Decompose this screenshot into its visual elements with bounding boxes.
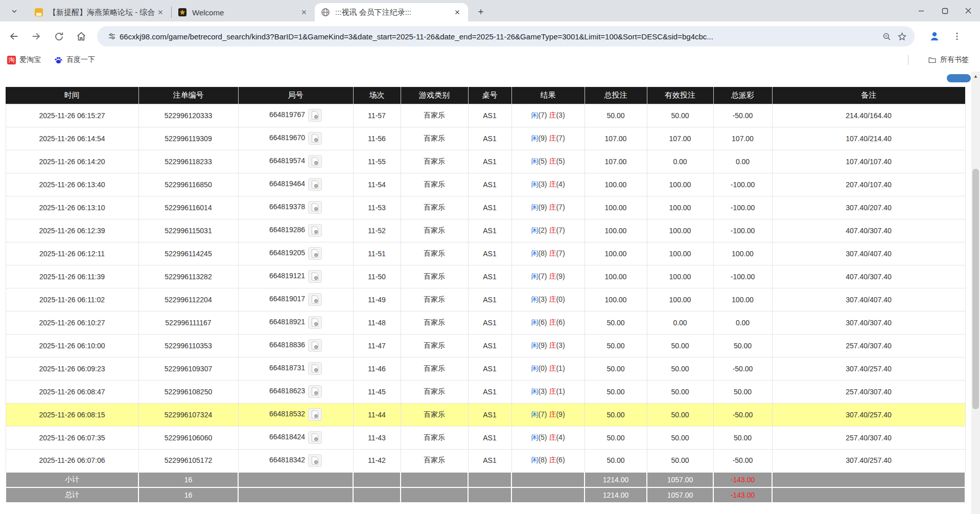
- cell-total-bet[interactable]: 100.00: [585, 173, 647, 196]
- cell-total-bet[interactable]: 50.00: [585, 403, 647, 426]
- window-close-button[interactable]: [956, 0, 980, 21]
- cell-bet-id: 522996105172: [138, 449, 238, 472]
- cell-total-bet[interactable]: 50.00: [585, 334, 647, 357]
- cell-total-bet[interactable]: 100.00: [585, 288, 647, 311]
- video-record-button[interactable]: [308, 454, 322, 467]
- tab-bet-records-active[interactable]: :::视讯 会员下注纪录:::: [315, 3, 468, 21]
- cell-game-type: 百家乐: [401, 357, 468, 380]
- tab-forum[interactable]: 【新提醒】海燕策略论坛 - 综合: [28, 3, 171, 21]
- window-minimize-button[interactable]: [909, 0, 933, 21]
- url-address-bar[interactable]: 66cxkj98.com/game/betrecord_search/kind3…: [97, 26, 915, 47]
- cell-total-bet[interactable]: 50.00: [585, 380, 647, 403]
- video-record-button[interactable]: [308, 224, 322, 237]
- cell-total-bet[interactable]: 107.00: [585, 150, 647, 173]
- cell-total-bet[interactable]: 100.00: [585, 196, 647, 219]
- video-record-button[interactable]: [308, 270, 322, 283]
- cell-remark: 307.40/257.40: [772, 357, 965, 380]
- bookmark-aitaobao[interactable]: 淘 爱淘宝: [7, 55, 41, 64]
- cell-round-id: 664819205: [238, 242, 353, 265]
- cell-total-bet[interactable]: 100.00: [585, 219, 647, 242]
- video-record-button[interactable]: [308, 247, 322, 260]
- tab-welcome[interactable]: Welcome: [172, 3, 315, 21]
- cell-table-no: AS1: [468, 311, 511, 334]
- cell-valid-bet: 50.00: [647, 380, 713, 403]
- video-record-button[interactable]: [308, 431, 322, 444]
- scrollbar-up-arrow-icon[interactable]: ▲: [971, 72, 980, 80]
- back-icon[interactable]: [5, 28, 22, 45]
- zoom-magnifier-icon[interactable]: [879, 29, 894, 44]
- cell-total-bet[interactable]: 50.00: [585, 449, 647, 472]
- forward-icon[interactable]: [28, 28, 45, 45]
- cell-bet-id: 522996110353: [138, 334, 238, 357]
- profile-avatar[interactable]: [926, 28, 943, 45]
- cell-total-bet[interactable]: 100.00: [585, 265, 647, 288]
- bookmark-baidu[interactable]: 百度一下: [54, 55, 95, 64]
- cell-result: 闲(0) 庄(1): [511, 357, 585, 380]
- video-record-button[interactable]: [308, 316, 322, 329]
- video-record-button[interactable]: [308, 362, 322, 375]
- video-record-button[interactable]: [308, 132, 322, 145]
- cell-round-id: 664818424: [238, 426, 353, 449]
- video-record-button[interactable]: [308, 178, 322, 191]
- cell-total-bet[interactable]: 100.00: [585, 242, 647, 265]
- cell-time: 2025-11-26 06:10:00: [6, 334, 138, 357]
- cell-remark: 307.40/207.40: [772, 196, 965, 219]
- cell-result: 闲(5) 庄(5): [511, 150, 585, 173]
- close-icon[interactable]: [298, 7, 310, 18]
- scrollbar-thumb[interactable]: [972, 169, 979, 409]
- cell-time: 2025-11-26 06:08:15: [6, 403, 138, 426]
- cell-result: 闲(3) 庄(0): [511, 288, 585, 311]
- site-settings-tune-icon[interactable]: [104, 29, 120, 44]
- cell-total-bet[interactable]: 50.00: [585, 311, 647, 334]
- cell-round-id: 664819378: [238, 196, 353, 219]
- cell-total-bet[interactable]: 50.00: [585, 104, 647, 127]
- close-icon[interactable]: [452, 7, 463, 18]
- all-bookmarks-button[interactable]: 所有书签: [928, 55, 969, 64]
- vertical-scrollbar[interactable]: ▲: [971, 72, 980, 514]
- cell-time: 2025-11-26 06:09:23: [6, 357, 138, 380]
- video-record-button[interactable]: [308, 109, 322, 122]
- new-tab-button[interactable]: [473, 4, 488, 19]
- table-header-row: 时间 注单编号 局号 场次 游戏类别 桌号 结果 总投注 有效投注 总派彩 备注: [6, 87, 965, 104]
- cell-session: 11-56: [353, 127, 401, 150]
- cell-payout: 50.00: [713, 334, 772, 357]
- cell-bet-id: 522996116850: [138, 173, 238, 196]
- video-record-button[interactable]: [308, 201, 322, 214]
- cell-round-id: 664819017: [238, 288, 353, 311]
- cell-payout: 0.00: [713, 311, 772, 334]
- video-record-button[interactable]: [308, 385, 322, 398]
- cell-remark: 107.40/214.40: [772, 127, 965, 150]
- chevron-down-icon[interactable]: [7, 4, 21, 18]
- cell-table-no: AS1: [468, 196, 511, 219]
- bookmark-label: 百度一下: [66, 55, 95, 64]
- close-icon[interactable]: [155, 7, 166, 18]
- bookmark-star-icon[interactable]: [894, 29, 909, 44]
- cell-result: 闲(7) 庄(9): [511, 265, 585, 288]
- window-maximize-button[interactable]: [933, 0, 956, 21]
- cell-payout: 50.00: [713, 380, 772, 403]
- scroll-top-button[interactable]: [947, 74, 971, 82]
- menu-dots-icon[interactable]: [948, 28, 966, 45]
- home-icon[interactable]: [73, 28, 90, 45]
- footer-payout: -143.00: [713, 487, 772, 503]
- tab-strip: 【新提醒】海燕策略论坛 - 综合 Welcome :::视讯 会员下注纪录:::: [0, 0, 980, 21]
- cell-result: 闲(8) 庄(6): [511, 449, 585, 472]
- cell-payout: -50.00: [713, 449, 772, 472]
- cell-total-bet[interactable]: 50.00: [585, 357, 647, 380]
- url-text[interactable]: 66cxkj98.com/game/betrecord_search/kind3…: [120, 32, 879, 41]
- tab-title: :::视讯 会员下注纪录:::: [335, 8, 452, 17]
- video-record-button[interactable]: [308, 408, 322, 421]
- cell-valid-bet: 50.00: [647, 104, 713, 127]
- video-record-button[interactable]: [308, 155, 322, 168]
- reload-icon[interactable]: [50, 28, 67, 45]
- footer-count: 16: [138, 472, 238, 487]
- table-row: 2025-11-26 06:11:39522996113282664819121…: [6, 265, 965, 288]
- bookmarks-divider: [908, 55, 908, 65]
- video-record-button[interactable]: [308, 293, 322, 306]
- video-record-button[interactable]: [308, 339, 322, 352]
- cell-bet-id: 522996108250: [138, 380, 238, 403]
- header-table-no: 桌号: [468, 87, 511, 104]
- page-content: 时间 注单编号 局号 场次 游戏类别 桌号 结果 总投注 有效投注 总派彩 备注…: [0, 69, 980, 514]
- cell-total-bet[interactable]: 50.00: [585, 426, 647, 449]
- cell-total-bet[interactable]: 107.00: [585, 127, 647, 150]
